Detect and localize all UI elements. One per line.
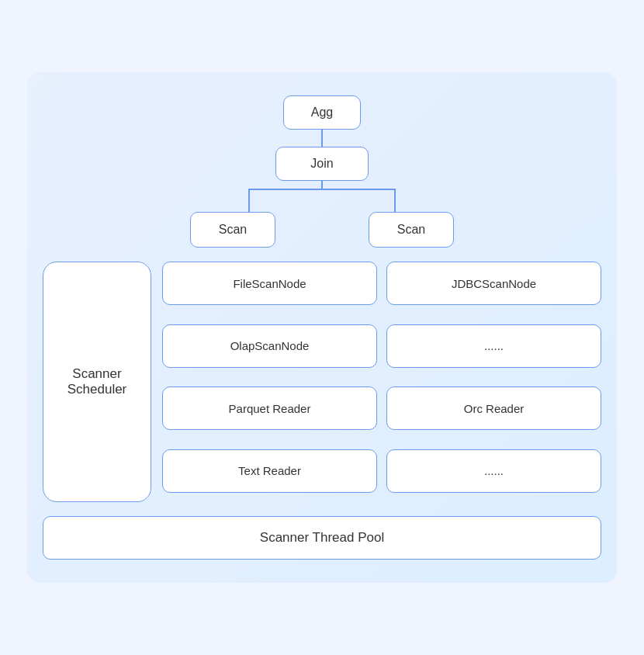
join-node: Join [275,147,369,181]
scan-right-node: Scan [369,212,454,248]
ellipsis-1-node: ...... [386,324,601,368]
ellipsis-2-node: ...... [386,449,601,493]
branch-left-line [248,189,250,212]
body-section: Scanner Scheduler FileScanNode JDBCScanN… [43,262,601,502]
scheduler-label: Scanner Scheduler [68,366,127,397]
scan-left-node: Scan [190,212,275,248]
text-reader-node: Text Reader [162,449,377,493]
agg-node: Agg [283,95,361,130]
olap-scan-node: OlapScanNode [162,324,377,368]
scan-row: Scan Scan [190,212,454,248]
tree-section: Agg Join Scan Scan [43,95,601,248]
orc-reader-node: Orc Reader [386,386,601,430]
diagram-container: Agg Join Scan Scan Scanner Scheduler Fil… [27,72,617,583]
parquet-reader-node: Parquet Reader [162,386,377,430]
thread-pool-node: Scanner Thread Pool [43,516,601,560]
jdbc-scan-node: JDBCScanNode [386,262,601,305]
grid-section: FileScanNode JDBCScanNode OlapScanNode .… [162,262,601,502]
branch-connector [190,181,454,212]
branch-right-line [394,189,396,212]
bottom-section: Scanner Thread Pool [43,516,601,560]
file-scan-node: FileScanNode [162,262,377,305]
agg-join-connector [321,130,323,147]
scheduler-box: Scanner Scheduler [43,262,151,502]
